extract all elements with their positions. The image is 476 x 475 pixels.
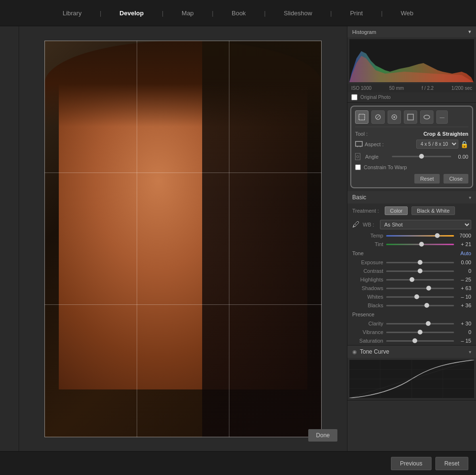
tool-label: Tool :	[355, 131, 379, 137]
tone-label: Tone	[352, 250, 364, 256]
tone-curve-collapse-icon[interactable]: ▾	[469, 349, 471, 355]
redeye-icon[interactable]	[388, 110, 401, 124]
aspect-label: Aspect :	[365, 141, 389, 147]
vibrance-slider-row: Vibrance 0	[347, 328, 476, 336]
aspect-control: 4 x 5 / 8 x 10 1 x 1 2 x 3 4 x 6 🔒	[389, 140, 468, 149]
angle-tool-icon: ⌻	[355, 151, 360, 162]
adjustment-brush-icon[interactable]: —	[436, 110, 448, 124]
temp-slider[interactable]	[386, 235, 454, 237]
highlights-slider[interactable]	[386, 279, 454, 281]
treatment-label: Treatment :	[352, 208, 381, 214]
photo-area: Done	[19, 26, 347, 451]
nav-library[interactable]: Library	[59, 8, 86, 19]
shadows-slider-row: Shadows + 63	[347, 284, 476, 292]
nav-print[interactable]: Print	[346, 8, 367, 19]
highlights-slider-row: Highlights – 25	[347, 275, 476, 284]
nav-book[interactable]: Book	[228, 8, 250, 19]
whites-thumb[interactable]	[414, 294, 419, 299]
basic-header[interactable]: Basic ▾	[347, 191, 476, 204]
saturation-value: – 15	[457, 338, 471, 344]
exif-iso: ISO 1000	[351, 86, 371, 91]
highlights-thumb[interactable]	[410, 277, 414, 282]
histogram-arrow-icon[interactable]: ▾	[468, 29, 471, 35]
auto-button[interactable]: Auto	[460, 250, 471, 256]
top-nav-bar: Library | Develop | Map | Book | Slidesh…	[0, 0, 476, 26]
crop-tool-icon[interactable]	[355, 110, 368, 124]
spot-removal-icon[interactable]	[371, 110, 385, 124]
original-photo-checkbox[interactable]	[351, 94, 357, 100]
done-button[interactable]: Done	[308, 429, 337, 442]
presence-header: Presence	[347, 310, 476, 319]
nav-web[interactable]: Web	[397, 8, 418, 19]
clarity-slider-row: Clarity + 30	[347, 319, 476, 328]
constrain-row: Constrain To Warp	[355, 164, 468, 170]
tone-curve-title: Tone Curve	[360, 348, 389, 355]
contrast-slider[interactable]	[386, 270, 454, 272]
angle-slider[interactable]	[392, 156, 451, 157]
reset-button[interactable]: Reset	[435, 457, 468, 470]
histogram-canvas	[349, 39, 474, 82]
tone-curve-dot-icon: ◉	[352, 349, 357, 355]
temp-label: Temp	[352, 233, 383, 238]
saturation-thumb[interactable]	[412, 338, 417, 343]
svg-rect-0	[359, 114, 365, 120]
blacks-slider-row: Blacks + 36	[347, 301, 476, 310]
lock-icon[interactable]: 🔒	[460, 140, 468, 148]
graduated-filter-icon[interactable]	[404, 110, 417, 124]
clarity-thumb[interactable]	[426, 321, 431, 326]
tint-thumb[interactable]	[419, 242, 424, 247]
wb-row: 🖊 WB : As Shot Auto Daylight Cloudy Cust…	[347, 218, 476, 231]
previous-button[interactable]: Previous	[391, 457, 432, 470]
tone-curve-chart	[349, 360, 474, 398]
saturation-slider[interactable]	[386, 340, 454, 342]
tone-curve-header[interactable]: ◉ Tone Curve ▾	[347, 345, 476, 358]
nav-slideshow[interactable]: Slideshow	[280, 8, 316, 19]
blacks-slider[interactable]	[386, 305, 454, 306]
histogram-chart	[349, 39, 474, 82]
clarity-label: Clarity	[352, 321, 383, 326]
tone-curve-section: ◉ Tone Curve ▾	[347, 345, 476, 400]
blacks-thumb[interactable]	[424, 303, 429, 308]
vibrance-label: Vibrance	[352, 329, 383, 335]
shadows-thumb[interactable]	[426, 286, 431, 291]
tool-reset-button[interactable]: Reset	[414, 174, 440, 184]
bottom-bar: Previous Reset	[0, 451, 476, 475]
clarity-value: + 30	[457, 321, 471, 326]
angle-row: ⌻ Angle 0.00	[355, 151, 468, 162]
nav-map[interactable]: Map	[178, 8, 197, 19]
treatment-row: Treatment : Color Black & White	[347, 204, 476, 218]
contrast-thumb[interactable]	[418, 269, 422, 273]
wb-label: WB :	[363, 222, 377, 227]
tint-label: Tint	[352, 241, 383, 247]
tool-name-row: Tool : Crop & Straighten	[355, 131, 468, 137]
shadows-slider[interactable]	[386, 288, 454, 289]
basic-collapse-icon[interactable]: ▾	[469, 195, 471, 200]
tint-slider[interactable]	[386, 244, 454, 245]
constrain-checkbox[interactable]	[355, 164, 361, 170]
exposure-value: 0.00	[457, 259, 471, 265]
vibrance-thumb[interactable]	[418, 330, 422, 335]
bw-treatment-button[interactable]: Black & White	[411, 206, 454, 215]
vibrance-value: 0	[457, 329, 471, 335]
whites-slider[interactable]	[386, 296, 454, 298]
clarity-slider[interactable]	[386, 323, 454, 324]
shadows-label: Shadows	[352, 285, 383, 291]
aspect-dropdown[interactable]: 4 x 5 / 8 x 10 1 x 1 2 x 3 4 x 6	[416, 140, 458, 149]
tool-buttons-row: Reset Close	[355, 174, 468, 184]
contrast-value: 0	[457, 268, 471, 274]
blacks-value: + 36	[457, 302, 471, 308]
tool-name-value: Crop & Straighten	[423, 131, 468, 137]
exposure-thumb[interactable]	[418, 260, 422, 265]
wb-dropdown[interactable]: As Shot Auto Daylight Cloudy Custom	[380, 220, 471, 229]
exposure-slider[interactable]	[386, 262, 454, 263]
svg-point-4	[393, 116, 395, 118]
eyedropper-icon[interactable]: 🖊	[352, 220, 360, 229]
angle-thumb[interactable]	[419, 154, 424, 159]
temp-thumb[interactable]	[435, 233, 440, 238]
radial-filter-icon[interactable]	[420, 110, 433, 124]
tint-value: + 21	[457, 241, 471, 247]
nav-develop[interactable]: Develop	[116, 8, 148, 19]
tool-close-button[interactable]: Close	[444, 174, 468, 184]
vibrance-slider[interactable]	[386, 332, 454, 333]
color-treatment-button[interactable]: Color	[385, 206, 408, 215]
